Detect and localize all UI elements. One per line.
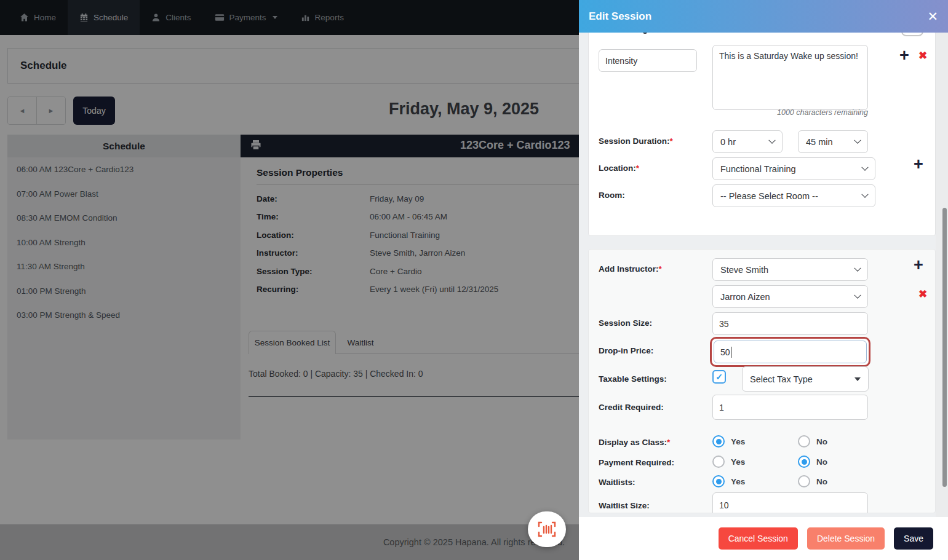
chevron-down-icon	[854, 264, 861, 271]
scrollbar-track[interactable]	[936, 33, 948, 517]
required-mark: *	[667, 438, 670, 447]
check-icon: ✓	[715, 372, 723, 382]
payment-required-no-radio[interactable]	[798, 455, 810, 468]
instructor-select-2[interactable]: Jarron Aizen	[712, 285, 868, 308]
credit-required-input[interactable]	[712, 395, 868, 420]
description-textarea[interactable]: This is a Saturday Wake up session!	[712, 45, 868, 110]
session-duration-label: Session Duration:*	[599, 136, 673, 146]
required-mark: *	[670, 136, 673, 146]
instructor-select-1[interactable]: Steve Smith	[712, 258, 868, 281]
remove-instructor-icon[interactable]: ✖	[918, 289, 927, 299]
display-as-class-label: Display as Class:*	[599, 438, 670, 447]
delete-session-button[interactable]: Delete Session	[807, 527, 885, 550]
required-mark: *	[636, 164, 639, 173]
session-size-input[interactable]	[712, 312, 868, 335]
add-location-icon[interactable]: +	[914, 156, 923, 173]
remove-detail-icon[interactable]: ✖	[918, 50, 927, 61]
payment-required-yes-radio[interactable]	[712, 455, 725, 468]
modal-footer: Cancel Session Delete Session Save	[579, 517, 948, 560]
session-size-label: Session Size:	[599, 318, 652, 328]
barcode-scan-icon	[537, 521, 557, 537]
waitlists-yes-radio[interactable]	[712, 475, 725, 487]
add-instructor-icon[interactable]: +	[914, 257, 923, 274]
intensity-input[interactable]	[599, 49, 697, 72]
room-label: Room:	[599, 191, 625, 200]
dropin-price-focus-ring: 50	[710, 337, 870, 367]
chevron-down-icon	[861, 191, 868, 197]
save-button[interactable]: Save	[894, 527, 933, 550]
payment-required-label: Payment Required:	[599, 458, 674, 467]
display-as-class-yes-radio[interactable]	[712, 435, 725, 448]
duration-hours-select[interactable]: 0 hr	[712, 130, 783, 153]
cancel-session-button[interactable]: Cancel Session	[719, 527, 798, 550]
radio-label: Yes	[731, 437, 745, 446]
waitlists-label: Waitlists:	[599, 478, 635, 487]
location-label: Location:*	[599, 164, 639, 173]
duration-minutes-select[interactable]: 45 min	[798, 130, 868, 153]
add-detail-icon[interactable]: +	[899, 47, 909, 64]
session-settings-card: Add Instructor:* Steve Smith + Jarron Ai…	[588, 249, 936, 513]
tax-type-select[interactable]: Select Tax Type	[742, 366, 869, 392]
required-mark: *	[659, 264, 662, 274]
waitlists-no-radio[interactable]	[798, 475, 810, 487]
modal-body: This is a Saturday Wake up session! + ✖ …	[579, 33, 948, 517]
chevron-down-icon	[768, 136, 775, 143]
modal-title: Edit Session	[589, 10, 651, 23]
chevron-down-icon	[854, 291, 861, 298]
dropin-price-input[interactable]: 50	[714, 341, 867, 363]
barcode-scan-fab[interactable]	[528, 511, 566, 547]
chevron-down-icon	[854, 136, 861, 143]
caret-down-icon	[854, 377, 861, 381]
close-icon[interactable]: ✕	[927, 10, 938, 23]
add-instructor-label: Add Instructor:*	[599, 264, 662, 274]
room-select[interactable]: -- Please Select Room --	[712, 184, 875, 207]
chevron-down-icon	[861, 164, 868, 170]
taxable-settings-label: Taxable Settings:	[599, 374, 667, 384]
clipped-label-fragment	[643, 33, 647, 34]
clipped-toggle[interactable]	[901, 33, 923, 36]
chars-remaining: 1000 characters remaining	[712, 108, 868, 117]
edit-session-modal: Edit Session ✕ This is a Saturday Wake u…	[579, 0, 948, 560]
waitlist-size-label: Waitlist Size:	[599, 501, 650, 510]
session-details-card: This is a Saturday Wake up session! + ✖ …	[588, 33, 936, 236]
radio-label: No	[816, 477, 827, 486]
modal-header: Edit Session ✕	[579, 0, 948, 33]
radio-label: Yes	[731, 457, 745, 467]
display-as-class-no-radio[interactable]	[798, 435, 810, 448]
taxable-checkbox[interactable]: ✓	[712, 370, 726, 384]
dropin-price-label: Drop-in Price:	[599, 346, 653, 355]
credit-required-label: Credit Required:	[599, 403, 664, 412]
radio-label: Yes	[731, 477, 745, 486]
scrollbar-thumb[interactable]	[942, 208, 947, 487]
text-cursor	[731, 347, 732, 358]
location-select[interactable]: Functional Training	[712, 157, 875, 180]
waitlist-size-input[interactable]	[712, 492, 868, 513]
radio-label: No	[816, 457, 827, 467]
radio-label: No	[816, 437, 827, 446]
